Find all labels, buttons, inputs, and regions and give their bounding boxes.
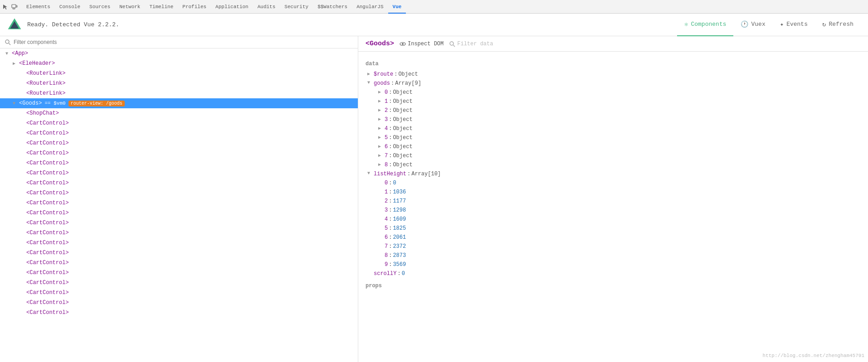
filter-components-input[interactable] bbox=[14, 39, 353, 45]
tree-item[interactable]: <CartControl> bbox=[0, 208, 358, 218]
svg-rect-1 bbox=[16, 5, 17, 7]
main-content: ▼<App>▶<EleHeader><RouterLink><RouterLin… bbox=[0, 36, 868, 362]
component-name-label: <CartControl> bbox=[26, 290, 69, 296]
component-name-label: <CartControl> bbox=[26, 170, 69, 176]
tree-item[interactable]: ▼<Goods>== $vm0router-view: /goods bbox=[0, 98, 358, 108]
data-value: 1825 bbox=[393, 225, 406, 232]
data-tree-arrow[interactable]: ▶ bbox=[378, 153, 385, 158]
data-row: ▶2: Object bbox=[366, 107, 861, 116]
data-tree-arrow[interactable]: ▶ bbox=[378, 116, 385, 122]
tree-item[interactable]: ▶<EleHeader> bbox=[0, 58, 358, 68]
tree-item[interactable]: <CartControl> bbox=[0, 238, 358, 248]
data-row: ▼listHeight: Array[10] bbox=[366, 170, 861, 179]
cursor-icon[interactable] bbox=[2, 3, 9, 10]
tree-item[interactable]: <CartControl> bbox=[0, 148, 358, 158]
component-name-label: <CartControl> bbox=[26, 120, 69, 126]
data-value: Object bbox=[393, 162, 412, 168]
svg-point-5 bbox=[5, 40, 9, 43]
data-tree-arrow[interactable]: ▼ bbox=[367, 171, 374, 176]
data-tree-arrow[interactable]: ▶ bbox=[378, 98, 385, 104]
tab-vue[interactable]: Vue bbox=[388, 0, 406, 14]
tree-arrow-icon: ▶ bbox=[13, 61, 19, 66]
nav-events[interactable]: ✦ Events bbox=[773, 14, 815, 36]
device-icon[interactable] bbox=[11, 3, 18, 10]
data-tree-arrow[interactable]: ▶ bbox=[378, 135, 385, 140]
data-tree-arrow[interactable]: ▶ bbox=[378, 162, 385, 167]
tree-item[interactable]: <CartControl> bbox=[0, 178, 358, 188]
data-value: Object bbox=[393, 135, 412, 141]
tab-network[interactable]: Network bbox=[115, 0, 145, 14]
data-value: Object bbox=[393, 107, 412, 114]
nav-refresh[interactable]: ↻ Refresh bbox=[815, 14, 861, 36]
data-value: 2061 bbox=[393, 234, 406, 241]
nav-vuex[interactable]: 🕐 Vuex bbox=[733, 14, 772, 36]
tab-audits[interactable]: Audits bbox=[253, 0, 280, 14]
tab-angularjs[interactable]: AngularJS bbox=[352, 0, 388, 14]
tab-sources[interactable]: Sources bbox=[85, 0, 115, 14]
data-tree-arrow[interactable]: ▶ bbox=[367, 71, 374, 77]
tree-item[interactable]: <ShopChat> bbox=[0, 108, 358, 118]
data-tree-arrow[interactable]: ▶ bbox=[378, 89, 385, 95]
data-colon: : bbox=[389, 180, 392, 186]
data-row: ▼goods: Array[9] bbox=[366, 80, 861, 89]
tree-item[interactable]: <CartControl> bbox=[0, 158, 358, 168]
tree-item[interactable]: <CartControl> bbox=[0, 278, 358, 288]
data-value: 0 bbox=[402, 270, 405, 277]
data-tree-arrow[interactable]: ▼ bbox=[367, 80, 374, 85]
tree-item[interactable]: <CartControl> bbox=[0, 188, 358, 198]
search-icon bbox=[5, 39, 11, 45]
component-name-label: <CartControl> bbox=[26, 130, 69, 136]
tree-item[interactable]: <CartControl> bbox=[0, 168, 358, 178]
tree-item[interactable]: <CartControl> bbox=[0, 128, 358, 138]
svg-rect-0 bbox=[12, 5, 16, 8]
right-content[interactable]: data▶$route: Object▼goods: Array[9]▶0: O… bbox=[358, 52, 868, 362]
tab-application[interactable]: Application bbox=[211, 0, 253, 14]
component-name-label: <CartControl> bbox=[26, 299, 69, 306]
data-key: 1 bbox=[385, 98, 388, 105]
tree-arrow-icon: ▼ bbox=[5, 51, 12, 56]
tree-item[interactable]: <CartControl> bbox=[0, 228, 358, 238]
nav-components[interactable]: ⚛ Components bbox=[677, 14, 733, 36]
tree-item[interactable]: <RouterLink> bbox=[0, 78, 358, 88]
data-colon: : bbox=[389, 225, 392, 232]
tab-profiles[interactable]: Profiles bbox=[178, 0, 211, 14]
vue-logo bbox=[7, 18, 22, 32]
data-row: scrollY: 0 bbox=[366, 270, 861, 279]
data-colon: : bbox=[389, 162, 392, 168]
tree-item[interactable]: <CartControl> bbox=[0, 288, 358, 298]
svg-line-6 bbox=[9, 43, 11, 45]
data-key: 9 bbox=[385, 261, 388, 268]
component-name-label: <CartControl> bbox=[26, 210, 69, 216]
tab-timeline[interactable]: Timeline bbox=[145, 0, 178, 14]
tree-item[interactable]: <CartControl> bbox=[0, 118, 358, 128]
inspect-dom-button[interactable]: Inspect DOM bbox=[400, 41, 444, 47]
data-value: Object bbox=[393, 125, 412, 132]
data-tree-arrow[interactable]: ▶ bbox=[378, 107, 385, 113]
tree-item[interactable]: <CartControl> bbox=[0, 248, 358, 258]
tree-item[interactable]: <RouterLink> bbox=[0, 88, 358, 98]
tree-item[interactable]: <CartControl> bbox=[0, 138, 358, 148]
vm-label: == $vm0 bbox=[44, 101, 65, 106]
component-tree: ▼<App>▶<EleHeader><RouterLink><RouterLin… bbox=[0, 48, 358, 362]
tree-item[interactable]: <CartControl> bbox=[0, 268, 358, 278]
tree-item[interactable]: <CartControl> bbox=[0, 308, 358, 318]
data-key: 5 bbox=[385, 225, 388, 232]
tree-item[interactable]: <RouterLink> bbox=[0, 68, 358, 78]
tab-console[interactable]: Console bbox=[55, 0, 85, 14]
tab-watchers[interactable]: $$Watchers bbox=[313, 0, 352, 14]
tab-elements[interactable]: Elements bbox=[22, 0, 55, 14]
data-row: 9: 3569 bbox=[366, 261, 861, 270]
tree-item[interactable]: <CartControl> bbox=[0, 258, 358, 268]
data-value: 2873 bbox=[393, 252, 406, 259]
component-name-label: <CartControl> bbox=[26, 230, 69, 236]
tree-item[interactable]: ▼<App> bbox=[0, 48, 358, 58]
components-icon: ⚛ bbox=[684, 20, 688, 28]
tree-item[interactable]: <CartControl> bbox=[0, 218, 358, 228]
data-key: 2 bbox=[385, 107, 388, 114]
tree-item[interactable]: <CartControl> bbox=[0, 198, 358, 208]
data-tree-arrow[interactable]: ▶ bbox=[378, 125, 385, 131]
data-tree-arrow[interactable]: ▶ bbox=[378, 144, 385, 149]
data-row: ▶0: Object bbox=[366, 89, 861, 98]
tab-security[interactable]: Security bbox=[280, 0, 313, 14]
tree-item[interactable]: <CartControl> bbox=[0, 298, 358, 308]
